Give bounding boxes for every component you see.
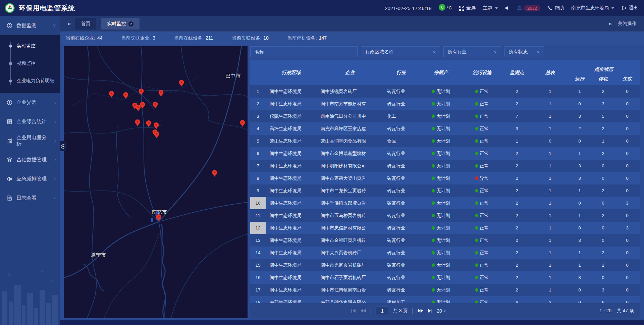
close-operations-button[interactable]: 关闭操作: [618, 21, 637, 27]
industry-select[interactable]: 所有行业 ∨: [443, 46, 501, 57]
cell-industry: 砖瓦行业: [383, 250, 419, 256]
map-marker-icon[interactable]: [179, 79, 184, 87]
stat-item: 当前在线设备:211: [174, 35, 213, 41]
theme-dropdown[interactable]: 主题: [483, 5, 498, 11]
logout-button[interactable]: 退出: [622, 5, 638, 11]
col-run: 运行: [568, 73, 592, 85]
table-row[interactable]: 10阆中生态环境局阆中千佛镇五郎垭页岩砖瓦行业无计划正常21003: [250, 197, 640, 209]
cell-run: 0: [568, 139, 592, 144]
cell-region: 阆中生态环境局: [266, 213, 317, 219]
table-row[interactable]: 4高坪生态环境局南充市高坪区王家店建砖瓦行业无计划正常31220: [250, 122, 640, 135]
next-page-button[interactable]: [417, 309, 423, 313]
map-marker-icon[interactable]: [156, 214, 162, 222]
row-index: 3: [250, 114, 266, 119]
map-marker-icon[interactable]: [158, 90, 164, 97]
sidebar-item-emergency-mgmt[interactable]: 应急减排管理‹: [0, 169, 60, 188]
sidebar-item-power-analysis[interactable]: 企业用电量分析‹: [0, 131, 60, 150]
table-row[interactable]: 7阆中生态环境局阆中明阳建材有限公司砖瓦行业无计划正常21300: [250, 160, 640, 172]
stat-value: 147: [319, 35, 327, 41]
tab-close-icon[interactable]: ✕: [128, 21, 133, 26]
cell-limit: 无计划: [419, 151, 463, 157]
sidebar-item-log-view[interactable]: 日志查看‹: [0, 188, 60, 208]
cell-stop: 3: [592, 287, 614, 292]
sidebar-item-enterprise-abnormal[interactable]: 企业异常‹: [0, 93, 60, 112]
col-stop: 停机: [592, 73, 614, 85]
status-select[interactable]: 所有状态 ∨: [504, 46, 544, 57]
table-row[interactable]: 11阆中生态环境局阆中市五马桥页岩机砖砖瓦行业无计划正常21120: [250, 209, 640, 222]
table-row[interactable]: 18南部生态环境局南部县砂华水泥有限公建材加工无计划正常62060: [250, 296, 640, 303]
table-row[interactable]: 16阆中生态环境局阆中市石子页岩机砖厂砖瓦行业无计划正常21300: [250, 271, 640, 284]
sidebar-collapse-handle[interactable]: ◀: [60, 141, 66, 151]
page-number-input[interactable]: 1: [376, 307, 389, 315]
status-dot-icon: [475, 301, 478, 303]
table-row[interactable]: 17阆中生态环境局阆中市江南镇阆南页岩砖瓦行业无计划正常21030: [250, 284, 640, 296]
cell-region: 阆中生态环境局: [266, 275, 317, 281]
table-row[interactable]: 13阆中生态环境局阆中市金福旺页岩机砖砖瓦行业无计划正常21300: [250, 234, 640, 247]
cell-total: 1: [533, 213, 568, 218]
top-header: 环保用电监管系统 2021-02-25 17:46:18 0 °C 全屏 主题: [0, 0, 644, 16]
map-marker-icon[interactable]: [140, 102, 146, 109]
map-marker-icon[interactable]: [240, 120, 246, 127]
fullscreen-button[interactable]: 全屏: [459, 5, 476, 11]
table-row[interactable]: 8阆中生态环境局阆中市枣碧大梁山页岩砖瓦行业无计划异常21300: [250, 172, 640, 184]
map-marker-icon[interactable]: [154, 122, 159, 130]
sidebar-item-video-monitor[interactable]: 视频监控: [0, 55, 60, 72]
tabs-scroll-right-button[interactable]: »: [609, 20, 611, 27]
chevron-left-icon: ‹: [54, 157, 56, 162]
sidebar-item-realtime-monitor[interactable]: 实时监控: [0, 37, 60, 55]
cell-monitor: 2: [501, 275, 533, 280]
col-company: 企业: [317, 60, 383, 85]
map-marker-icon[interactable]: [123, 92, 129, 100]
table-row[interactable]: 6阆中生态环境局阆中市金博瑞新型墙材砖瓦行业无计划正常21120: [250, 147, 640, 160]
range-text: 1 - 20: [599, 308, 611, 313]
stat-item: 当前失联企业:3: [121, 35, 155, 41]
cell-company: 阆中明阳建材有限公司: [317, 163, 383, 169]
cell-lost: 3: [614, 225, 640, 230]
prev-page-button[interactable]: [360, 309, 366, 313]
page-size-select[interactable]: 20 ∨: [437, 308, 446, 314]
cell-facility: 正常: [463, 138, 501, 144]
table-row[interactable]: 3仪陇生态环境局西南油气田分公司川中化工无计划正常71350: [250, 110, 640, 122]
name-search-input[interactable]: [255, 49, 353, 55]
tabs-scroll-left-button[interactable]: «: [68, 20, 70, 27]
map-marker-icon[interactable]: [146, 120, 152, 128]
table-row[interactable]: 14阆中生态环境局阆中大兴页岩机砖厂砖瓦行业无计划正常21120: [250, 247, 640, 259]
last-page-button[interactable]: [427, 309, 433, 313]
cell-region: 阆中生态环境局: [266, 89, 317, 95]
table-row[interactable]: 2阆中生态环境局阆中市南方节能建材有砖瓦行业无计划正常21030: [250, 98, 640, 110]
table-row[interactable]: 15阆中生态环境局阆中市光富页岩机砖厂砖瓦行业无计划正常21120: [250, 259, 640, 271]
sidebar-item-data-monitoring[interactable]: 数据监测˅: [0, 16, 60, 35]
region-select[interactable]: 行政区域名称 ∨: [361, 46, 440, 57]
sidebar-item-power-load-detail[interactable]: 企业电力负荷明细: [0, 72, 60, 90]
cell-total: 1: [533, 176, 568, 181]
map-panel[interactable]: 巴中市南充市遂宁市: [64, 46, 248, 318]
table-row[interactable]: 9阆中生态环境局阆中市二龙长宝页岩砖砖瓦行业无计划正常21120: [250, 184, 640, 197]
status-dot-icon: [475, 164, 478, 168]
logout-icon: [622, 6, 627, 10]
status-dot-icon: [475, 214, 478, 217]
cell-monitor: 3: [501, 126, 533, 131]
org-dropdown[interactable]: 南充市生态环境局: [571, 5, 614, 11]
sidebar-item-base-data[interactable]: 基础数据管理‹: [0, 150, 60, 169]
first-page-button[interactable]: [351, 309, 356, 313]
tab-home[interactable]: 首页: [75, 18, 96, 30]
sound-toggle-button[interactable]: [505, 6, 510, 10]
map-marker-icon[interactable]: [135, 119, 141, 127]
cell-run: 1: [568, 263, 592, 268]
map-marker-icon[interactable]: [154, 131, 160, 139]
map-marker-icon[interactable]: [109, 91, 114, 98]
cell-industry: 砖瓦行业: [383, 200, 419, 206]
help-button[interactable]: 帮助: [548, 5, 564, 11]
table-row[interactable]: 5营山生态环境局营山县润丰肉食品有限食品无计划正常10010: [250, 135, 640, 147]
notifications-button[interactable]: 2632: [517, 5, 540, 11]
tab-realtime-monitor[interactable]: 实时监控 ✕: [101, 18, 140, 30]
map-marker-icon[interactable]: [153, 101, 158, 109]
map-marker-icon[interactable]: [139, 88, 144, 96]
map-marker-icon[interactable]: [212, 170, 218, 177]
table-row[interactable]: 1阆中生态环境局阆中强锐页岩砖厂砖瓦行业无计划正常21120: [250, 85, 640, 98]
cell-stop: 2: [592, 250, 614, 255]
table-row[interactable]: 12阆中生态环境局阆中市忠信建材有限公砖瓦行业无计划正常21003: [250, 222, 640, 234]
chart-icon: [7, 138, 12, 144]
cell-monitor: 2: [501, 250, 533, 255]
sidebar-item-enterprise-stats[interactable]: 企业综合统计‹: [0, 112, 60, 131]
